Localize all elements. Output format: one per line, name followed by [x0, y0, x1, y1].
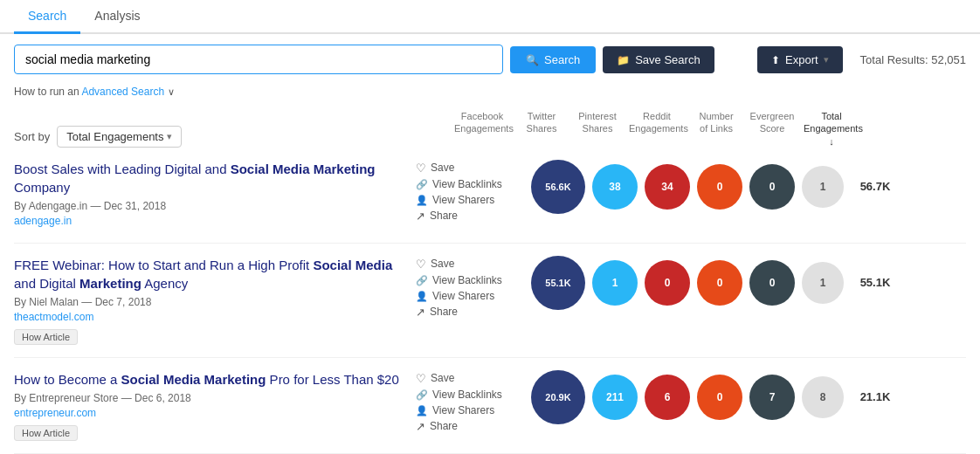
- metric-evergreen: 1: [802, 166, 844, 208]
- metric-facebook: 20.9K: [531, 370, 585, 424]
- result-url-3[interactable]: entrepreneur.com: [14, 407, 416, 419]
- link-icon: [416, 178, 428, 190]
- col-header-total: TotalEngagements ↓: [800, 110, 863, 148]
- share-action[interactable]: Share: [416, 306, 521, 319]
- tab-analysis[interactable]: Analysis: [80, 0, 154, 34]
- metric-pinterest: 0: [645, 260, 690, 306]
- save-search-button[interactable]: Save Search: [603, 46, 714, 73]
- view-sharers-action[interactable]: View Sharers: [416, 194, 521, 206]
- col-header-facebook: FacebookEngagements: [451, 110, 514, 148]
- result-tag-3: How Article: [14, 425, 78, 441]
- view-backlinks-action[interactable]: View Backlinks: [416, 389, 521, 401]
- metric-total: 56.7K: [851, 180, 900, 193]
- result-metrics-3: 20.9K 211 6 0 7 8 21.1K: [528, 370, 903, 424]
- result-meta-2: By Niel Malan — Dec 7, 2018: [14, 296, 416, 308]
- col-header-pinterest: PinterestShares: [569, 110, 625, 148]
- user-icon: [416, 290, 428, 302]
- link-icon: [416, 274, 428, 286]
- metric-evergreen: 8: [802, 376, 844, 418]
- advanced-search-chevron: ∨: [168, 86, 175, 97]
- save-action[interactable]: Save: [416, 372, 521, 385]
- user-icon: [416, 194, 428, 206]
- share-action[interactable]: Share: [416, 420, 521, 433]
- search-icon: [526, 53, 539, 66]
- metric-total: 21.1K: [851, 390, 900, 403]
- result-url-1[interactable]: adengage.in: [14, 215, 416, 227]
- metric-evergreen: 1: [802, 262, 844, 304]
- sort-chevron: ▾: [167, 131, 172, 142]
- folder-icon: [617, 53, 630, 66]
- metric-links: 7: [749, 375, 795, 420]
- share-action[interactable]: Share: [416, 210, 521, 223]
- metric-reddit: 0: [697, 164, 742, 210]
- sort-and-headers: Sort by Total Engagements ▾ FacebookEnga…: [0, 105, 980, 148]
- results-list: Boost Sales with Leading Digital and Soc…: [0, 148, 980, 454]
- result-actions-1: Save View Backlinks View Sharers Share: [416, 160, 521, 223]
- col-header-reddit: RedditEngagements: [625, 110, 688, 148]
- table-row: How to Become a Social Media Marketing P…: [14, 358, 966, 454]
- table-row: Boost Sales with Leading Digital and Soc…: [14, 148, 966, 244]
- sort-row: Sort by Total Engagements ▾: [14, 126, 346, 148]
- total-results: Total Results: 52,051: [860, 53, 966, 66]
- result-tag-2: How Article: [14, 329, 78, 345]
- result-actions-2: Save View Backlinks View Sharers Share: [416, 256, 521, 319]
- metric-pinterest: 34: [645, 164, 690, 210]
- search-button[interactable]: Search: [510, 46, 596, 73]
- search-input[interactable]: [14, 45, 503, 74]
- chevron-down-icon: ▾: [824, 54, 829, 65]
- result-actions-3: Save View Backlinks View Sharers Share: [416, 370, 521, 433]
- export-icon: [771, 53, 780, 66]
- export-button[interactable]: Export ▾: [757, 46, 843, 73]
- result-content-3: How to Become a Social Media Marketing P…: [14, 370, 416, 441]
- metric-pinterest: 6: [645, 375, 690, 420]
- save-action[interactable]: Save: [416, 162, 521, 175]
- metric-links: 0: [749, 164, 795, 210]
- metric-twitter: 38: [592, 164, 638, 210]
- save-icon: [416, 258, 426, 271]
- table-row: FREE Webinar: How to Start and Run a Hig…: [14, 244, 966, 358]
- result-meta-1: By Adengage.in — Dec 31, 2018: [14, 200, 416, 212]
- metric-reddit: 0: [697, 260, 742, 306]
- sort-label: Sort by: [14, 130, 50, 143]
- metric-facebook: 55.1K: [531, 256, 585, 310]
- save-action[interactable]: Save: [416, 258, 521, 271]
- share-icon: [416, 210, 425, 223]
- sort-select[interactable]: Total Engagements ▾: [57, 126, 182, 148]
- result-content-2: FREE Webinar: How to Start and Run a Hig…: [14, 256, 416, 345]
- result-title-2: FREE Webinar: How to Start and Run a Hig…: [14, 256, 416, 292]
- result-metrics-1: 56.6K 38 34 0 0 1 56.7K: [528, 160, 903, 214]
- metric-reddit: 0: [697, 375, 742, 420]
- link-icon: [416, 389, 428, 401]
- metric-total: 55.1K: [851, 276, 900, 289]
- col-header-twitter: TwitterShares: [514, 110, 569, 148]
- col-header-evergreen: EvergreenScore: [744, 110, 800, 148]
- view-sharers-action[interactable]: View Sharers: [416, 290, 521, 302]
- metric-facebook: 56.6K: [531, 160, 585, 214]
- search-bar: Search Save Search Export ▾ Total Result…: [0, 34, 980, 85]
- share-icon: [416, 420, 425, 433]
- column-headers: FacebookEngagements TwitterShares Pinter…: [451, 110, 863, 148]
- view-backlinks-action[interactable]: View Backlinks: [416, 178, 521, 190]
- advanced-search-link[interactable]: How to run an Advanced Search ∨: [0, 85, 980, 105]
- share-icon: [416, 306, 425, 319]
- metric-twitter: 211: [592, 375, 638, 420]
- view-sharers-action[interactable]: View Sharers: [416, 404, 521, 416]
- col-header-links: Numberof Links: [688, 110, 744, 148]
- save-icon: [416, 162, 426, 175]
- tab-search[interactable]: Search: [14, 0, 80, 34]
- result-meta-3: By Entrepreneur Store — Dec 6, 2018: [14, 392, 416, 404]
- result-metrics-2: 55.1K 1 0 0 0 1 55.1K: [528, 256, 903, 310]
- metric-twitter: 1: [592, 260, 638, 306]
- result-url-2[interactable]: theactmodel.com: [14, 311, 416, 323]
- result-content-1: Boost Sales with Leading Digital and Soc…: [14, 160, 416, 230]
- user-icon: [416, 404, 428, 416]
- result-title-1: Boost Sales with Leading Digital and Soc…: [14, 160, 416, 196]
- result-title-3: How to Become a Social Media Marketing P…: [14, 370, 416, 389]
- view-backlinks-action[interactable]: View Backlinks: [416, 274, 521, 286]
- tabs-bar: Search Analysis: [0, 0, 980, 34]
- metric-links: 0: [749, 260, 795, 306]
- save-icon: [416, 372, 426, 385]
